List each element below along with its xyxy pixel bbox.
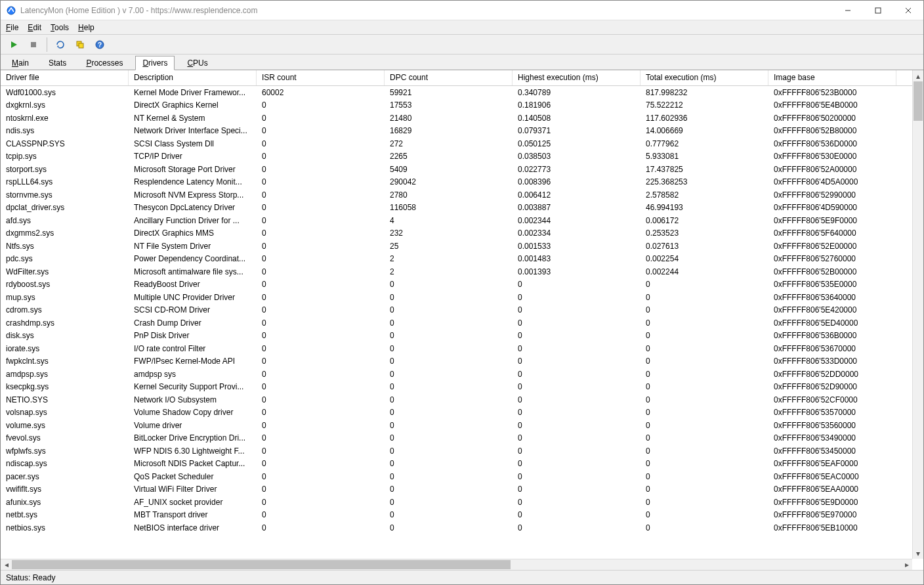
- table-row[interactable]: Wdf01000.sysKernel Mode Driver Framewor.…: [1, 86, 923, 99]
- table-cell: 0: [513, 293, 640, 302]
- tab-strip: Main Stats Processes Drivers CPUs: [1, 54, 923, 70]
- column-header[interactable]: Description: [129, 70, 257, 85]
- scroll-up-arrow[interactable]: ▴: [913, 70, 923, 81]
- menu-help[interactable]: Help: [78, 23, 94, 32]
- table-cell: 0xFFFFF806'4D5A0000: [768, 177, 896, 186]
- start-button[interactable]: [5, 36, 23, 53]
- table-cell: DirectX Graphics MMS: [129, 228, 257, 238]
- table-row[interactable]: fvevol.sysBitLocker Drive Encryption Dri…: [1, 432, 923, 445]
- table-row[interactable]: CLASSPNP.SYSSCSI Class System Dll02720.0…: [1, 137, 923, 150]
- table-cell: SCSI CD-ROM Driver: [129, 305, 257, 314]
- table-cell: 0: [640, 498, 768, 507]
- scroll-right-arrow[interactable]: ▸: [901, 559, 912, 570]
- column-header[interactable]: Driver file: [1, 70, 129, 85]
- table-row[interactable]: storport.sysMicrosoft Storage Port Drive…: [1, 163, 923, 176]
- refresh-button[interactable]: [51, 36, 70, 53]
- tab-drivers[interactable]: Drivers: [135, 56, 175, 70]
- table-row[interactable]: WdFilter.sysMicrosoft antimalware file s…: [1, 265, 923, 278]
- table-cell: 272: [385, 139, 513, 148]
- table-row[interactable]: cdrom.sysSCSI CD-ROM Driver00000xFFFFF80…: [1, 304, 923, 317]
- scroll-thumb-vertical[interactable]: [914, 81, 923, 121]
- table-row[interactable]: pacer.sysQoS Packet Scheduler00000xFFFFF…: [1, 470, 923, 483]
- window-title: LatencyMon (Home Edition ) v 7.00 - http…: [20, 6, 258, 15]
- table-cell: 0: [385, 421, 513, 430]
- table-cell: 0: [513, 433, 640, 443]
- table-cell: 0: [513, 357, 640, 366]
- stop-button[interactable]: [24, 36, 43, 53]
- table-cell: pacer.sys: [1, 472, 129, 481]
- table-cell: DirectX Graphics Kernel: [129, 100, 257, 110]
- tab-processes[interactable]: Processes: [79, 56, 130, 70]
- menu-edit[interactable]: Edit: [28, 23, 41, 32]
- table-row[interactable]: disk.sysPnP Disk Driver00000xFFFFF806'53…: [1, 330, 923, 343]
- table-cell: afunix.sys: [1, 498, 129, 507]
- table-row[interactable]: netbt.sysMBT Transport driver00000xFFFFF…: [1, 509, 923, 522]
- table-row[interactable]: volume.sysVolume driver00000xFFFFF806'53…: [1, 419, 923, 432]
- table-row[interactable]: wfplwfs.sysWFP NDIS 6.30 Lightweight F..…: [1, 444, 923, 458]
- horizontal-scrollbar[interactable]: ◂ ▸: [1, 559, 912, 570]
- table-cell: 0: [257, 408, 385, 417]
- menu-file[interactable]: File: [6, 23, 18, 32]
- table-row[interactable]: ntoskrnl.exeNT Kernel & System0214800.14…: [1, 112, 923, 125]
- close-button[interactable]: [893, 1, 923, 20]
- table-cell: 0: [385, 485, 513, 494]
- table-cell: Virtual WiFi Filter Driver: [129, 485, 257, 494]
- scroll-thumb-horizontal[interactable]: [12, 560, 511, 569]
- table-cell: 0: [385, 382, 513, 391]
- table-cell: 116058: [385, 203, 513, 212]
- table-row[interactable]: ndiscap.sysMicrosoft NDIS Packet Captur.…: [1, 458, 923, 471]
- table-cell: 0: [257, 523, 385, 532]
- minimize-button[interactable]: [833, 1, 863, 20]
- table-row[interactable]: rspLLL64.sysResplendence Latency Monit..…: [1, 176, 923, 189]
- table-row[interactable]: ksecpkg.sysKernel Security Support Provi…: [1, 381, 923, 394]
- table-row[interactable]: Ntfs.sysNT File System Driver0250.001533…: [1, 240, 923, 253]
- table-row[interactable]: ndis.sysNetwork Driver Interface Speci..…: [1, 125, 923, 138]
- table-row[interactable]: tcpip.sysTCP/IP Driver022650.0385035.933…: [1, 150, 923, 163]
- column-header[interactable]: DPC count: [385, 70, 513, 85]
- table-cell: 0xFFFFF806'535E0000: [768, 280, 896, 289]
- table-cell: NETIO.SYS: [1, 395, 129, 404]
- column-header[interactable]: Image base: [768, 70, 896, 85]
- table-row[interactable]: volsnap.sysVolume Shadow Copy driver0000…: [1, 406, 923, 420]
- column-header[interactable]: Total execution (ms): [640, 70, 768, 85]
- tab-main[interactable]: Main: [5, 56, 36, 70]
- table-row[interactable]: vwififlt.sysVirtual WiFi Filter Driver00…: [1, 483, 923, 496]
- table-row[interactable]: iorate.sysI/O rate control Filter00000xF…: [1, 342, 923, 355]
- table-cell: 2: [385, 254, 513, 263]
- vertical-scrollbar[interactable]: ▴ ▾: [912, 70, 923, 559]
- maximize-button[interactable]: [863, 1, 893, 20]
- table-cell: 0: [513, 344, 640, 353]
- table-cell: 0: [385, 370, 513, 379]
- copy-button[interactable]: [71, 36, 89, 53]
- table-row[interactable]: NETIO.SYSNetwork I/O Subsystem00000xFFFF…: [1, 393, 923, 406]
- table-row[interactable]: dxgkrnl.sysDirectX Graphics Kernel017553…: [1, 99, 923, 112]
- table-row[interactable]: dxgmms2.sysDirectX Graphics MMS02320.002…: [1, 227, 923, 240]
- tab-cpus[interactable]: CPUs: [180, 56, 215, 70]
- table-row[interactable]: afd.sysAncillary Function Driver for ...…: [1, 214, 923, 227]
- help-button[interactable]: ?: [91, 36, 109, 53]
- table-row[interactable]: rdyboost.sysReadyBoost Driver00000xFFFFF…: [1, 278, 923, 292]
- table-cell: 0.038503: [513, 152, 640, 161]
- table-cell: 5.933081: [640, 152, 768, 161]
- table-row[interactable]: mup.sysMultiple UNC Provider Driver00000…: [1, 291, 923, 304]
- table-row[interactable]: netbios.sysNetBIOS interface driver00000…: [1, 521, 923, 534]
- table-cell: 0.022773: [513, 165, 640, 174]
- table-row[interactable]: dpclat_driver.sysThesycon DpcLatency Dri…: [1, 202, 923, 215]
- scroll-down-arrow[interactable]: ▾: [913, 548, 923, 559]
- column-header[interactable]: ISR count: [257, 70, 385, 85]
- table-row[interactable]: crashdmp.sysCrash Dump Driver00000xFFFFF…: [1, 316, 923, 330]
- table-row[interactable]: amdpsp.sysamdpsp sys00000xFFFFF806'52DD0…: [1, 368, 923, 381]
- scroll-left-arrow[interactable]: ◂: [1, 559, 12, 570]
- table-row[interactable]: fwpkclnt.sysFWP/IPsec Kernel-Mode API000…: [1, 355, 923, 368]
- table-row[interactable]: afunix.sysAF_UNIX socket provider00000xF…: [1, 496, 923, 509]
- table-cell: 0.079371: [513, 126, 640, 135]
- table-cell: Ancillary Function Driver for ...: [129, 216, 257, 225]
- menu-tools[interactable]: Tools: [51, 23, 69, 32]
- table-cell: CLASSPNP.SYS: [1, 139, 129, 148]
- table-cell: 0: [640, 408, 768, 417]
- table-cell: 0xFFFFF806'5EAF0000: [768, 459, 896, 468]
- column-header[interactable]: Highest execution (ms): [513, 70, 640, 85]
- table-row[interactable]: pdc.sysPower Dependency Coordinat...020.…: [1, 253, 923, 266]
- tab-stats[interactable]: Stats: [41, 56, 74, 70]
- table-row[interactable]: stornvme.sysMicrosoft NVM Express Storp.…: [1, 188, 923, 202]
